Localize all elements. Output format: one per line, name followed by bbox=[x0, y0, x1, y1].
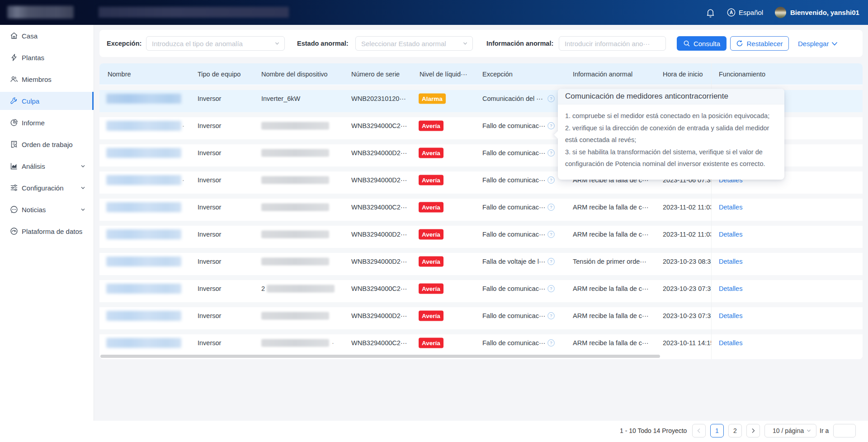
svg-text:?: ? bbox=[550, 340, 552, 345]
svg-text:?: ? bbox=[550, 259, 552, 264]
svg-text:?: ? bbox=[550, 232, 552, 237]
svg-text:?: ? bbox=[550, 204, 552, 209]
svg-text:?: ? bbox=[550, 96, 552, 101]
svg-text:?: ? bbox=[550, 177, 552, 182]
svg-text:?: ? bbox=[550, 286, 552, 291]
svg-text:?: ? bbox=[550, 123, 552, 128]
svg-text:A: A bbox=[730, 10, 733, 15]
svg-text:?: ? bbox=[550, 313, 552, 318]
svg-text:?: ? bbox=[550, 150, 552, 155]
